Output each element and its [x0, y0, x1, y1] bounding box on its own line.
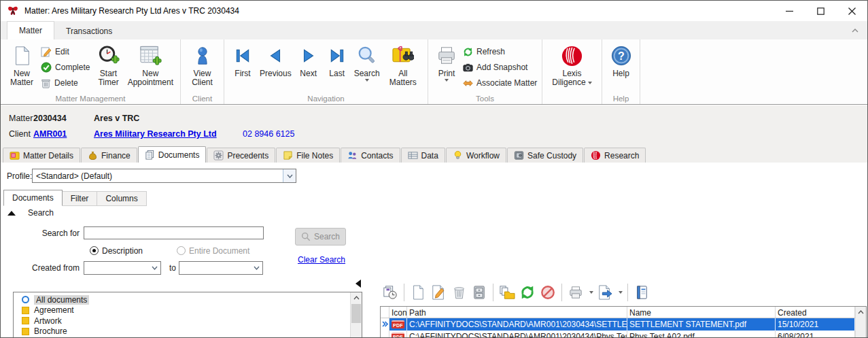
documents-subtab-strip: Documents Filter Columns — [3, 190, 147, 206]
column-header-icon[interactable]: Icon — [389, 307, 407, 318]
created-from-select[interactable] — [84, 261, 161, 275]
tree-item-agreement[interactable]: Agreement — [14, 305, 362, 316]
all-matters-button[interactable]: All Matters — [383, 42, 423, 88]
tree-item-brochure[interactable]: Brochure — [14, 326, 362, 337]
ribbon-tab-transactions[interactable]: Transactions — [54, 23, 124, 39]
trash-icon — [452, 285, 466, 300]
column-header-name[interactable]: Name — [627, 307, 776, 318]
new-appointment-button[interactable]: New Appointment — [126, 42, 175, 88]
collapse-splitter-icon[interactable] — [355, 280, 361, 288]
entire-document-radio[interactable] — [177, 246, 186, 255]
add-snapshot-button[interactable]: Add Snapshot — [461, 61, 539, 74]
export-button[interactable] — [596, 283, 614, 302]
cell-name: SETTLEMENT STATEMENT.pdf — [627, 318, 776, 331]
cancel-button[interactable] — [539, 283, 557, 302]
tab-finance[interactable]: Finance — [81, 148, 137, 163]
lexis-diligence-button[interactable]: Lexis Diligence — [547, 42, 597, 88]
collapse-ribbon-icon[interactable] — [851, 27, 859, 35]
edit-button[interactable]: Edit — [39, 45, 92, 58]
tab-research[interactable]: Research — [584, 148, 646, 163]
double-arrow-icon — [463, 78, 473, 88]
print-button[interactable]: Print — [433, 42, 460, 83]
tab-precedents[interactable]: Precedents — [207, 148, 275, 163]
time-capture-button[interactable] — [381, 283, 399, 302]
view-client-button[interactable]: View Client — [186, 42, 219, 88]
table-row[interactable]: PDF C:\AFFINITYDOCS\STANDARD\AMR001\2030… — [381, 331, 866, 338]
description-radio[interactable] — [90, 246, 99, 255]
tab-matter-details[interactable]: Matter Details — [3, 148, 80, 163]
profile-select[interactable]: <Standard> (Default) — [32, 169, 296, 183]
refresh-list-button[interactable] — [519, 283, 536, 302]
search-button[interactable]: Search — [295, 228, 346, 246]
export-dropdown-caret[interactable] — [619, 291, 623, 294]
subtab-filter[interactable]: Filter — [63, 191, 98, 206]
refresh-icon — [520, 285, 535, 300]
created-from-dropdown-icon[interactable] — [149, 262, 160, 274]
tab-file-notes[interactable]: File Notes — [276, 148, 340, 163]
tree-item-all-documents[interactable]: All documents — [14, 294, 362, 305]
column-header-path[interactable]: Path — [407, 307, 627, 318]
close-button[interactable] — [836, 1, 867, 21]
blank-page-icon — [411, 285, 425, 300]
ribbon-tab-matter[interactable]: Matter — [7, 21, 54, 39]
notebook-button[interactable] — [633, 283, 650, 302]
edit-document-button[interactable] — [430, 283, 447, 302]
archive-cabinet-button[interactable] — [470, 283, 488, 302]
next-button[interactable]: Next — [295, 42, 322, 80]
copy-to-folder-button[interactable] — [498, 283, 516, 302]
previous-button[interactable]: Previous — [258, 42, 294, 80]
subtab-documents[interactable]: Documents — [3, 190, 63, 206]
search-input[interactable] — [84, 226, 264, 239]
tab-documents[interactable]: Documents — [138, 146, 207, 163]
last-button[interactable]: Last — [324, 42, 351, 80]
matter-label: Matter — [9, 114, 33, 123]
new-document-button[interactable] — [409, 283, 427, 302]
complete-button[interactable]: Complete — [39, 61, 92, 74]
subtab-columns[interactable]: Columns — [97, 191, 146, 206]
all-documents-icon — [22, 296, 29, 303]
tab-safe-custody[interactable]: Safe Custody — [507, 148, 583, 163]
delete-document-button[interactable] — [450, 283, 468, 302]
maximize-button[interactable] — [805, 1, 836, 21]
gear-icon — [213, 150, 224, 160]
research-lexis-icon — [591, 150, 601, 160]
created-to-dropdown-icon[interactable] — [251, 262, 262, 274]
created-to-select[interactable] — [179, 261, 263, 275]
search-matters-button[interactable]: Search — [352, 42, 382, 83]
clear-search-link[interactable]: Clear Search — [298, 255, 345, 265]
client-name-link[interactable]: Ares Military Research Pty Ltd — [94, 129, 217, 139]
start-timer-button[interactable]: Start Timer — [92, 42, 124, 88]
print-list-dropdown-caret[interactable] — [589, 291, 593, 294]
search-section-title: Search — [28, 208, 54, 218]
minimize-button[interactable] — [774, 1, 805, 21]
group-label-help: Help — [602, 95, 640, 103]
scroll-up-icon[interactable] — [351, 292, 362, 303]
first-button[interactable]: First — [229, 42, 256, 80]
profile-dropdown-icon[interactable] — [283, 169, 296, 182]
table-row[interactable]: PDF C:\AFFINITYDOCS\STANDARD\AMR001\2030… — [381, 318, 866, 331]
tree-item-artwork[interactable]: Artwork — [14, 316, 362, 326]
matter-info-bar: Matter 2030434 Ares v TRC Client AMR001 … — [1, 105, 867, 146]
new-matter-button[interactable]: New Matter — [5, 42, 38, 88]
column-header-created[interactable]: Created — [776, 307, 855, 318]
help-button[interactable]: ? Help — [608, 42, 635, 80]
tab-data[interactable]: Data — [401, 148, 445, 163]
help-icon: ? — [610, 44, 633, 68]
client-code-link[interactable]: AMR001 — [33, 129, 67, 139]
table-header-row: Icon Path Name Created — [381, 307, 866, 318]
tree-scrollbar[interactable] — [350, 292, 362, 338]
refresh-button[interactable]: Refresh — [461, 45, 539, 58]
matter-name: Ares v TRC — [94, 114, 139, 123]
ribbon-group-navigation: First Previous Next Last Search — [224, 39, 428, 104]
delete-button[interactable]: Delete — [39, 76, 92, 90]
tab-workflow[interactable]: Workflow — [446, 148, 506, 163]
search-section-header[interactable]: Search — [7, 208, 54, 218]
print-list-button[interactable] — [567, 283, 585, 302]
tab-contacts[interactable]: Contacts — [341, 148, 400, 163]
ribbon: New Matter Edit Complete Delete — [1, 39, 867, 105]
collapse-search-icon[interactable] — [7, 211, 16, 216]
associate-matter-button[interactable]: Associate Matter — [461, 76, 539, 90]
table-scrollbar[interactable] — [855, 307, 866, 338]
scroll-up-icon[interactable] — [856, 307, 866, 318]
copy-folder-icon — [499, 285, 515, 300]
